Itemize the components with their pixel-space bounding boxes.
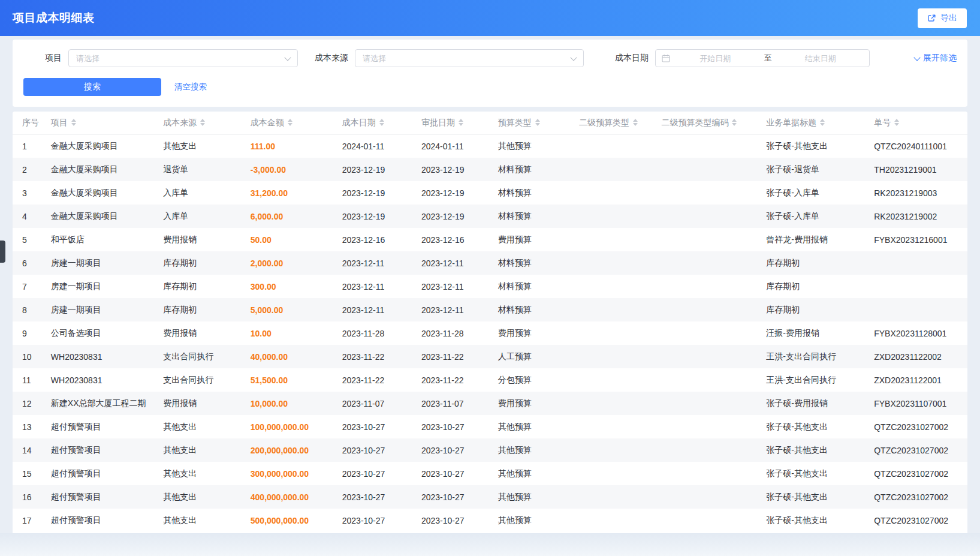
sort-icon[interactable] [288, 119, 293, 126]
cell-approval_date: 2023-12-11 [412, 251, 489, 275]
cell-sub_budget_type [569, 205, 652, 228]
cell-amount: 51,500.00 [241, 368, 333, 392]
cell-cost_date: 2023-10-27 [333, 438, 412, 462]
table-row[interactable]: 15超付预警项目其他支出300,000,000.002023-10-272023… [13, 462, 967, 485]
cell-doc_title: 张子硕-退货单 [756, 158, 864, 181]
cell-doc_title: 张子硕-费用报销 [756, 392, 864, 415]
cell-index: 7 [13, 275, 41, 298]
cell-sub_budget_type_code [652, 134, 756, 158]
project-select[interactable] [68, 49, 298, 67]
source-select-input[interactable] [363, 54, 565, 63]
cell-cost_date: 2023-11-07 [333, 392, 412, 415]
table-row[interactable]: 17超付预警项目其他支出500,000,000.002023-10-272023… [13, 509, 967, 532]
sort-icon[interactable] [459, 119, 463, 126]
cell-project: 超付预警项目 [41, 485, 153, 509]
column-header-amount[interactable]: 成本金额 [241, 112, 333, 134]
source-select[interactable] [355, 49, 584, 67]
cell-index: 14 [13, 438, 41, 462]
cell-sub_budget_type_code [652, 228, 756, 251]
column-label: 单号 [874, 118, 891, 127]
column-header-approval_date[interactable]: 审批日期 [412, 112, 489, 134]
expand-filter-link[interactable]: 展开筛选 [915, 53, 957, 64]
table-row[interactable]: 13超付预警项目其他支出100,000,000.002023-10-272023… [13, 415, 967, 438]
table-row[interactable]: 11WH20230831支出合同执行51,500.002023-11-22202… [13, 368, 967, 392]
column-header-project[interactable]: 项目 [41, 112, 153, 134]
cell-source: 其他支出 [153, 485, 241, 509]
table-row[interactable]: 7房建一期项目库存期初300.002023-12-112023-12-11材料预… [13, 275, 967, 298]
sort-icon[interactable] [732, 119, 737, 126]
table-row[interactable]: 4金融大厦采购项目入库单6,000.002023-12-192023-12-19… [13, 205, 967, 228]
table-row[interactable]: 10WH20230831支出合同执行40,000.002023-11-22202… [13, 345, 967, 368]
table-row[interactable]: 6房建一期项目库存期初2,000.002023-12-112023-12-11材… [13, 251, 967, 275]
cell-approval_date: 2023-12-11 [412, 298, 489, 321]
cell-doc_title: 汪振-费用报销 [756, 321, 864, 345]
cell-budget_type: 材料预算 [489, 298, 569, 321]
cell-source: 支出合同执行 [153, 368, 241, 392]
cell-project: 超付预警项目 [41, 509, 153, 532]
column-header-source[interactable]: 成本来源 [153, 112, 241, 134]
page-title: 项目成本明细表 [13, 10, 95, 26]
table-body: 1金融大厦采购项目其他支出111.002024-01-112024-01-11其… [13, 134, 967, 532]
table-row[interactable]: 9公司备选项目费用报销10.002023-11-282023-11-28费用预算… [13, 321, 967, 345]
cell-approval_date: 2023-10-27 [412, 509, 489, 532]
column-header-cost_date[interactable]: 成本日期 [333, 112, 412, 134]
column-header-sub_budget_type_code[interactable]: 二级预算类型编码 [652, 112, 756, 134]
cell-approval_date: 2023-12-16 [412, 228, 489, 251]
cell-index: 17 [13, 509, 41, 532]
cell-cost_date: 2023-10-27 [333, 462, 412, 485]
cell-amount: 300,000,000.00 [241, 462, 333, 485]
column-header-doc_title[interactable]: 业务单据标题 [756, 112, 864, 134]
cell-budget_type: 其他预算 [489, 134, 569, 158]
search-button[interactable]: 搜索 [23, 78, 161, 96]
cell-approval_date: 2023-11-22 [412, 368, 489, 392]
table-row[interactable]: 8房建一期项目库存期初5,000.002023-12-112023-12-11材… [13, 298, 967, 321]
sort-icon[interactable] [535, 119, 540, 126]
cost-table-card: 序号项目成本来源成本金额成本日期审批日期预算类型二级预算类型二级预算类型编码业务… [13, 112, 967, 533]
cell-amount: -3,000.00 [241, 158, 333, 181]
sort-icon[interactable] [894, 119, 899, 126]
cell-index: 10 [13, 345, 41, 368]
table-row[interactable]: 5和平饭店费用报销50.002023-12-162023-12-16费用预算曾祥… [13, 228, 967, 251]
table-row[interactable]: 12新建XX总部大厦工程二期费用报销10,000.002023-11-07202… [13, 392, 967, 415]
column-header-sub_budget_type[interactable]: 二级预算类型 [569, 112, 652, 134]
table-row[interactable]: 3金融大厦采购项目入库单31,200.002023-12-192023-12-1… [13, 181, 967, 205]
cell-project: 房建一期项目 [41, 275, 153, 298]
column-header-budget_type[interactable]: 预算类型 [489, 112, 569, 134]
cell-index: 9 [13, 321, 41, 345]
cell-sub_budget_type_code [652, 275, 756, 298]
cell-sub_budget_type [569, 392, 652, 415]
table-row[interactable]: 1金融大厦采购项目其他支出111.002024-01-112024-01-11其… [13, 134, 967, 158]
cell-sub_budget_type_code [652, 462, 756, 485]
cell-cost_date: 2023-11-28 [333, 321, 412, 345]
drawer-handle[interactable] [0, 241, 5, 263]
cell-source: 费用报销 [153, 392, 241, 415]
sort-icon[interactable] [379, 119, 384, 126]
filter-group-project: 项目 [45, 49, 298, 67]
date-end-input[interactable] [778, 54, 864, 63]
sort-icon[interactable] [200, 119, 205, 126]
export-button[interactable]: 导出 [918, 8, 967, 28]
column-label: 成本来源 [163, 118, 197, 127]
cell-amount: 2,000.00 [241, 251, 333, 275]
cell-sub_budget_type_code [652, 181, 756, 205]
cell-doc_title: 张子硕-其他支出 [756, 509, 864, 532]
date-range-picker[interactable]: 至 [655, 49, 870, 67]
cell-sub_budget_type_code [652, 415, 756, 438]
cell-source: 费用报销 [153, 321, 241, 345]
column-header-doc_no[interactable]: 单号 [864, 112, 967, 134]
sort-icon[interactable] [633, 119, 638, 126]
cell-approval_date: 2023-11-22 [412, 345, 489, 368]
sort-icon[interactable] [71, 119, 76, 126]
table-row[interactable]: 16超付预警项目其他支出400,000,000.002023-10-272023… [13, 485, 967, 509]
table-row[interactable]: 14超付预警项目其他支出200,000,000.002023-10-272023… [13, 438, 967, 462]
date-start-input[interactable] [673, 54, 758, 63]
cell-approval_date: 2023-12-19 [412, 181, 489, 205]
cell-doc_no: TH20231219001 [864, 158, 967, 181]
cell-sub_budget_type [569, 368, 652, 392]
sort-icon[interactable] [820, 119, 825, 126]
project-select-input[interactable] [76, 54, 279, 63]
column-header-index: 序号 [13, 112, 41, 134]
table-row[interactable]: 2金融大厦采购项目退货单-3,000.002023-12-192023-12-1… [13, 158, 967, 181]
clear-search-link[interactable]: 清空搜索 [174, 82, 207, 92]
cell-doc_no: QTZC20231027002 [864, 485, 967, 509]
